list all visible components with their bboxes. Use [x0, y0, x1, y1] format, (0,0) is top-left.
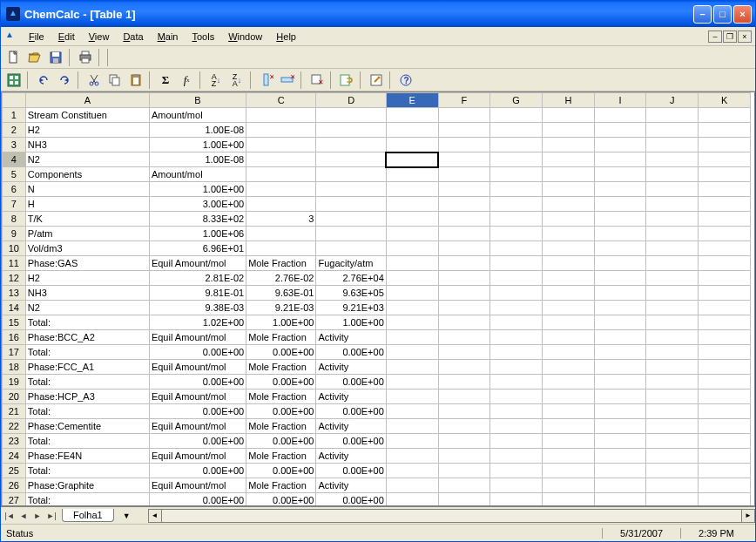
cell[interactable] — [316, 197, 386, 212]
cell[interactable] — [386, 449, 438, 464]
cell[interactable]: 0.00E+00 — [316, 345, 386, 360]
cell[interactable] — [594, 360, 646, 375]
row-header[interactable]: 13 — [3, 286, 26, 301]
row-header[interactable]: 6 — [3, 182, 26, 197]
cell[interactable]: NH3 — [25, 138, 149, 152]
cell[interactable] — [490, 375, 543, 390]
cell[interactable]: Mole Fraction — [246, 449, 316, 464]
sort-desc-button[interactable]: ZA↓ — [227, 71, 246, 90]
cell[interactable]: 3 — [246, 212, 316, 227]
cell[interactable]: Equil Amount/mol — [149, 449, 246, 464]
cell[interactable]: 0.00E+00 — [246, 375, 316, 390]
cell[interactable] — [646, 123, 699, 138]
cell[interactable] — [490, 271, 543, 286]
cell[interactable] — [490, 390, 543, 404]
cell[interactable] — [386, 256, 438, 271]
menu-data[interactable]: Data — [116, 30, 150, 44]
cell[interactable] — [438, 345, 490, 360]
cell[interactable] — [386, 301, 438, 315]
cell[interactable] — [490, 360, 543, 375]
row-header[interactable]: 22 — [3, 419, 26, 434]
cell[interactable] — [542, 241, 594, 256]
sheet-icon[interactable] — [4, 71, 24, 90]
tab-nav-next[interactable]: ► — [30, 509, 44, 523]
cell[interactable]: Activity — [316, 390, 386, 404]
cell[interactable] — [594, 286, 646, 301]
cell[interactable] — [490, 138, 543, 152]
cell[interactable] — [542, 404, 594, 419]
cell[interactable] — [490, 227, 543, 241]
cell[interactable] — [699, 123, 751, 138]
sum-button[interactable]: Σ — [156, 71, 175, 90]
cell[interactable]: Total: — [25, 434, 149, 449]
cell[interactable]: 0.00E+00 — [149, 404, 246, 419]
cell[interactable] — [490, 256, 543, 271]
column-header-K[interactable]: K — [699, 93, 751, 108]
cell[interactable] — [646, 227, 699, 241]
cell[interactable]: 1.00E+06 — [149, 227, 246, 241]
cell[interactable] — [542, 256, 594, 271]
row-header[interactable]: 5 — [3, 167, 26, 182]
cell[interactable] — [316, 212, 386, 227]
cell[interactable]: 0.00E+00 — [246, 493, 316, 506]
cell[interactable]: Equil Amount/mol — [149, 330, 246, 345]
menu-edit[interactable]: Edit — [51, 30, 82, 44]
column-header-J[interactable]: J — [646, 93, 699, 108]
sort-asc-button[interactable]: AZ↓ — [206, 71, 226, 90]
cell[interactable]: 1.00E+00 — [149, 138, 246, 152]
cell[interactable]: 1.00E-08 — [149, 123, 246, 138]
cell[interactable] — [699, 108, 751, 123]
cell[interactable] — [246, 241, 316, 256]
cell[interactable]: Equil Amount/mol — [149, 360, 246, 375]
row-header[interactable]: 11 — [3, 256, 26, 271]
cell[interactable] — [386, 152, 438, 167]
cell[interactable] — [594, 227, 646, 241]
help-icon[interactable]: ? — [396, 71, 415, 90]
properties-button[interactable] — [367, 71, 386, 90]
cell[interactable] — [699, 390, 751, 404]
cell[interactable] — [594, 330, 646, 345]
cell[interactable] — [594, 152, 646, 167]
cell[interactable] — [594, 271, 646, 286]
cell[interactable] — [316, 227, 386, 241]
row-header[interactable]: 23 — [3, 434, 26, 449]
document-icon[interactable] — [4, 30, 17, 43]
cell[interactable] — [699, 345, 751, 360]
cell[interactable] — [386, 315, 438, 330]
row-header[interactable]: 14 — [3, 301, 26, 315]
cell[interactable]: Activity — [316, 419, 386, 434]
cell[interactable]: 0.00E+00 — [246, 434, 316, 449]
mdi-close-button[interactable]: × — [738, 30, 752, 43]
cell[interactable] — [386, 197, 438, 212]
cell[interactable] — [490, 241, 543, 256]
cell[interactable] — [699, 241, 751, 256]
cell[interactable] — [542, 375, 594, 390]
cell[interactable]: Total: — [25, 375, 149, 390]
menu-help[interactable]: Help — [269, 30, 303, 44]
cell[interactable] — [316, 138, 386, 152]
cell[interactable]: 6.96E+01 — [149, 241, 246, 256]
cell[interactable] — [542, 271, 594, 286]
cell[interactable] — [490, 478, 543, 493]
cell[interactable] — [646, 419, 699, 434]
cell[interactable]: 9.63E+05 — [316, 286, 386, 301]
cell[interactable]: 0.00E+00 — [316, 375, 386, 390]
cell[interactable] — [699, 404, 751, 419]
cell[interactable] — [699, 493, 751, 506]
cell[interactable]: Activity — [316, 360, 386, 375]
cell[interactable] — [490, 108, 543, 123]
cell[interactable] — [438, 197, 490, 212]
cell[interactable] — [386, 182, 438, 197]
cell[interactable]: Equil Amount/mol — [149, 256, 246, 271]
cell[interactable]: Phase:BCC_A2 — [25, 330, 149, 345]
row-header[interactable]: 4 — [3, 152, 26, 167]
cut-button[interactable] — [84, 71, 104, 90]
cell[interactable] — [438, 375, 490, 390]
cell[interactable]: Equil Amount/mol — [149, 419, 246, 434]
cell[interactable]: Stream Constituen — [25, 108, 149, 123]
cell[interactable] — [699, 138, 751, 152]
cell[interactable] — [646, 464, 699, 478]
cell[interactable] — [246, 152, 316, 167]
cell[interactable] — [542, 152, 594, 167]
cell[interactable] — [646, 390, 699, 404]
